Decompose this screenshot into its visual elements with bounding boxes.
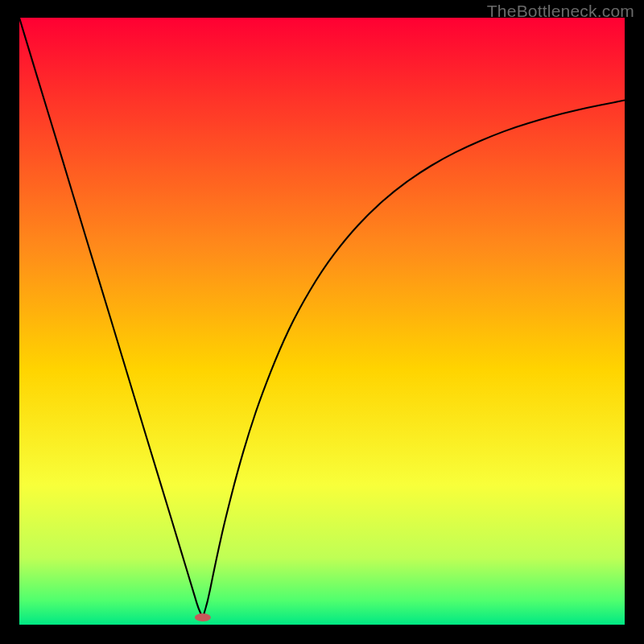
chart-area xyxy=(19,18,625,625)
optimum-marker xyxy=(195,613,211,621)
bottleneck-chart xyxy=(19,18,625,625)
gradient-background xyxy=(19,18,625,625)
chart-frame xyxy=(19,18,625,625)
